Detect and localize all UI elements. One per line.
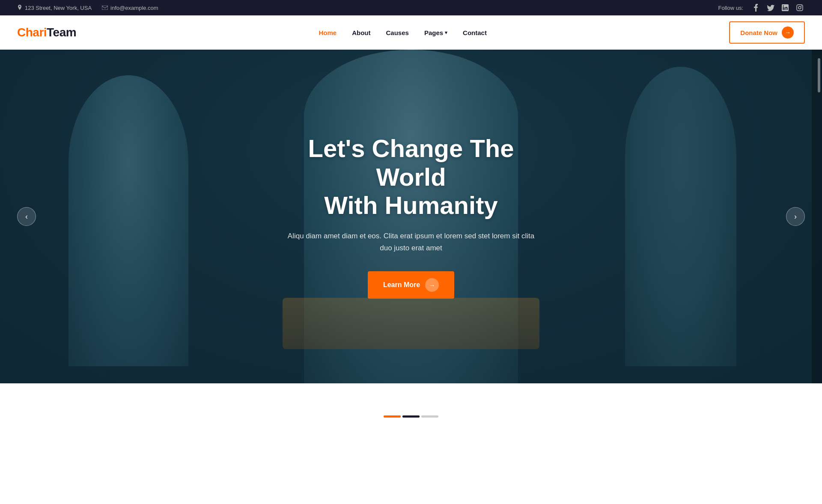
- topbar-left: 123 Street, New York, USA info@example.c…: [17, 5, 158, 11]
- nav-item-about[interactable]: About: [352, 29, 370, 36]
- nav-link-pages[interactable]: Pages ▾: [424, 29, 447, 36]
- instagram-icon[interactable]: [795, 3, 805, 13]
- learn-more-button[interactable]: Learn More →: [368, 271, 454, 299]
- twitter-icon[interactable]: [765, 3, 776, 13]
- email-icon: [102, 6, 108, 10]
- nav-link-contact[interactable]: Contact: [463, 29, 487, 36]
- nav-link-about[interactable]: About: [352, 29, 370, 36]
- nav-link-home[interactable]: Home: [319, 29, 337, 36]
- desk-shape: [283, 298, 539, 349]
- scrollbar-thumb: [818, 58, 820, 92]
- svg-rect-0: [102, 6, 108, 10]
- hero-title: Let's Change The World With Humanity: [278, 134, 544, 220]
- figure-left: [68, 75, 188, 366]
- hero-title-line2: With Humanity: [324, 191, 497, 219]
- nav-link-causes[interactable]: Causes: [386, 29, 409, 36]
- logo-chari: Chari: [17, 26, 47, 39]
- logo-team: Team: [47, 26, 76, 39]
- nav-item-contact[interactable]: Contact: [463, 29, 487, 36]
- address-item: 123 Street, New York, USA: [17, 5, 92, 11]
- logo[interactable]: ChariTeam: [17, 26, 76, 39]
- facebook-icon[interactable]: [751, 3, 761, 13]
- nav-item-causes[interactable]: Causes: [386, 29, 409, 36]
- figure-right: [625, 67, 736, 366]
- hero-title-line1: Let's Change The World: [308, 134, 514, 191]
- indicator-bars: [384, 415, 438, 418]
- chevron-down-icon: ▾: [445, 30, 447, 36]
- hero-content: Let's Change The World With Humanity Ali…: [261, 134, 561, 299]
- svg-point-3: [801, 6, 802, 6]
- location-icon: [17, 5, 22, 11]
- navbar: ChariTeam Home About Causes Pages ▾ Cont…: [0, 15, 822, 50]
- hero-subtitle: Aliqu diam amet diam et eos. Clita erat …: [278, 230, 544, 254]
- indicator-bar-2: [402, 415, 420, 418]
- linkedin-icon[interactable]: [780, 3, 790, 13]
- carousel-prev-button[interactable]: ‹: [17, 207, 36, 226]
- indicator-bar-1: [384, 415, 401, 418]
- nav-item-home[interactable]: Home: [319, 29, 337, 36]
- donate-arrow-icon: →: [782, 27, 794, 39]
- nav-item-pages[interactable]: Pages ▾: [424, 29, 447, 36]
- svg-rect-1: [797, 5, 803, 11]
- indicator-bar-3: [421, 415, 438, 418]
- nav-links: Home About Causes Pages ▾ Contact: [319, 29, 487, 36]
- topbar-right: Follow us:: [718, 3, 805, 13]
- below-hero: [0, 383, 822, 418]
- topbar: 123 Street, New York, USA info@example.c…: [0, 0, 822, 15]
- svg-point-2: [798, 6, 801, 9]
- hero-section: ‹ Let's Change The World With Humanity A…: [0, 50, 822, 383]
- email-item: info@example.com: [102, 5, 158, 11]
- side-scrollbar[interactable]: [812, 50, 822, 383]
- donate-button[interactable]: Donate Now →: [729, 21, 805, 44]
- learn-more-arrow-icon: →: [425, 278, 439, 292]
- carousel-next-button[interactable]: ›: [786, 207, 805, 226]
